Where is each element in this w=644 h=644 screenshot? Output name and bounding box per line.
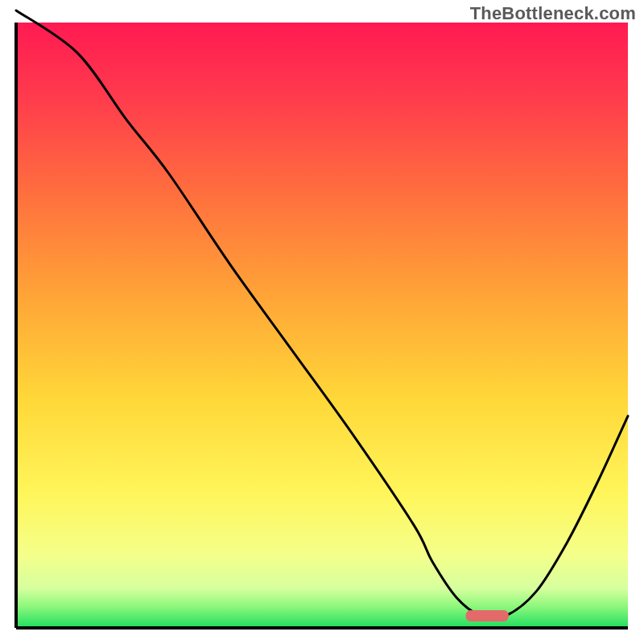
sweet-spot-marker <box>466 610 509 621</box>
watermark-text: TheBottleneck.com <box>470 3 636 24</box>
bottleneck-chart <box>0 0 644 644</box>
plot-background <box>16 23 628 628</box>
chart-stage: TheBottleneck.com <box>0 0 644 644</box>
